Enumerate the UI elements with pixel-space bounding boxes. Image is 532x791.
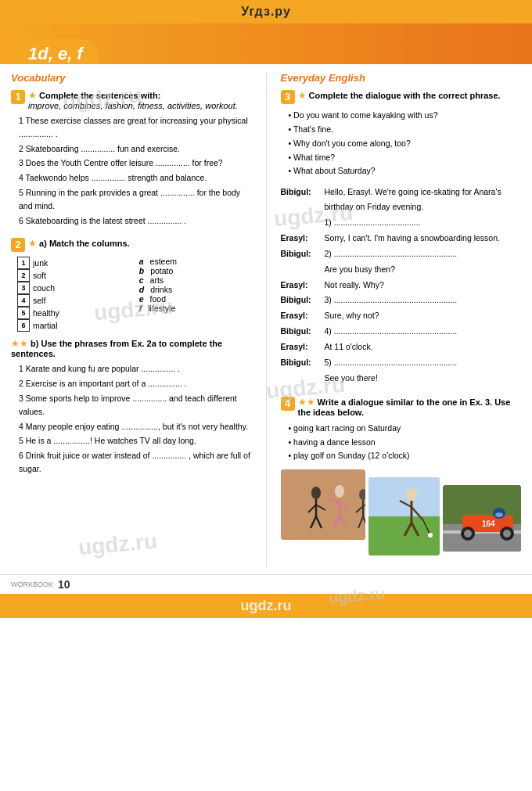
exercise-2b-item-6: 6 Drink fruit juice or water instead of … [19,449,252,476]
exercise-1-item-1: 1 These exercise classes are great for i… [19,114,252,141]
match-left-col: 1 junk 2 soft 3 couch 4 self [17,257,124,332]
main-content: Vocabulary 1 ★ Complete the sentences wi… [0,64,532,574]
speaker-erasyl-1: Erasyl: [281,231,322,246]
page-banner: 1d, e, f [0,23,532,64]
speaker-erasyl-4: Erasyl: [281,340,322,354]
match-row-5: 5 healthy [17,307,124,319]
match-word-2: soft [33,271,46,280]
vocabulary-section-title: Vocabulary [11,72,252,84]
match-columns-table: 1 junk 2 soft 3 couch 4 self [17,257,246,332]
dialogue-line-9: Bibigul: 4) ............................… [281,324,522,339]
exercise-4-header: 4 ★★ Write a dialogue similar to the one… [281,397,522,417]
item-num: 5 [19,188,26,197]
item-num: 1 [19,116,26,125]
speech-4: 2) .....................................… [325,246,522,261]
match-right-row-b: b potato [139,266,246,275]
item-num: 4 [19,173,26,182]
exercise-1-header: 1 ★ Complete the sentences with: improve… [11,90,252,110]
item-num: 2 [19,144,26,153]
exercise-2b-items: 1 Karate and kung fu are popular .......… [19,362,252,475]
speaker-bibigul-5: Bibigul: [281,355,322,370]
match-word-4: self [33,296,45,305]
exercise-4-stars: ★★ [298,397,315,408]
idea-1: going kart racing on Saturday [289,422,522,436]
match-right-row-e: e food [139,294,246,304]
match-right-row-a: a esteem [139,257,246,266]
exercise-2b-title: b) Use the phrases from Ex. 2a to comple… [11,339,222,358]
speaker-bibigul-3: Bibigul: [281,293,322,307]
match-box-1: 1 [17,257,30,269]
match-box-3: 3 [17,282,30,294]
exercise-2b-item-4: 4 Many people enjoy eating .............… [19,420,252,433]
match-right-col: a esteem b potato c arts d drinks [139,257,246,332]
match-right-row-d: d drinks [139,285,246,294]
footer-watermark-text: ugdz.ru [241,598,292,613]
exercise-2b-item-1: 1 Karate and kung fu are popular .......… [19,362,252,376]
svg-point-7 [335,485,344,498]
match-box-4: 4 [17,294,30,307]
speech-5: Are you busy then? [325,262,522,277]
exercise-2a-title: a) Match the columns. [39,239,130,248]
speech-10: At 11 o'clock. [325,340,522,354]
match-answer-d: drinks [150,285,172,294]
svg-point-40 [495,512,503,517]
match-row-6: 6 martial [17,319,124,332]
match-word-1: junk [33,258,48,268]
speech-11: 5) .....................................… [325,355,522,370]
footer-watermark: ugdz.ru [0,594,532,618]
exercise-4-images: 164 [281,469,522,555]
phrase-4: What time? [289,151,522,165]
speaker-bibigul-1: Bibigul: [281,185,322,214]
speaker-erasyl-2: Erasyl: [281,278,322,293]
item-num: 3 [19,158,26,167]
column-divider [266,72,267,566]
match-right-row-c: c arts [139,275,246,285]
exercise-2b-item-2: 2 Exercise is an important part of a ...… [19,377,252,390]
match-letter-b: b [139,266,144,275]
match-word-6: martial [33,321,58,330]
svg-rect-0 [281,469,365,540]
match-answer-e: food [150,294,166,304]
svg-text:164: 164 [482,520,495,528]
dialogue-line-8: Erasyl: Sure, why not? [281,308,522,323]
idea-3: play golf on Sunday (12 o'clock) [289,449,522,463]
exercise-2-number: 2 [11,238,25,252]
match-letter-c: c [139,275,144,285]
exercise-2b: ★★ b) Use the phrases from Ex. 2a to com… [11,338,252,475]
match-right-row-f: f lifestyle [139,304,246,313]
exercise-1-item-3: 3 Does the Youth Centre offer leisure ..… [19,156,252,170]
exercise-4-instruction: ★★ Write a dialogue similar to the one i… [298,397,522,417]
workbook-label: WORKBOOK [11,581,53,588]
match-box-2: 2 [17,269,30,282]
exercise-1-item-6: 6 Skateboarding is the latest street ...… [19,214,252,228]
speech-2: 1) .....................................… [325,215,522,230]
exercise-4-ideas: going kart racing on Saturday having a d… [289,422,522,464]
match-letter-f: f [139,304,142,313]
dialogue-line-1: Bibigul: Hello, Erasyl. We're going ice-… [281,185,522,214]
exercise-1-instruction: ★ Complete the sentences with: improve, … [28,90,238,110]
match-answer-b: potato [150,266,173,275]
match-row-2: 2 soft [17,269,124,282]
exercise-1-number: 1 [11,90,25,104]
right-column: Everyday English 3 ★ Complete the dialog… [281,72,522,566]
svg-point-1 [311,487,321,499]
svg-point-29 [428,533,433,538]
exercise-1-star: ★ [28,90,37,101]
exercise-3-star: ★ [298,90,307,101]
page-label: 1d, e, f [28,44,83,63]
svg-point-22 [406,488,417,501]
exercise-1-item-5: 5 Running in the park provides a great .… [19,186,252,213]
exercise-1-title: Complete the sentences with: [39,91,160,100]
phrase-1: Do you want to come kayaking with us? [289,109,522,123]
svg-point-36 [464,530,472,538]
dialogue-line-10: Erasyl: At 11 o'clock. [281,340,522,354]
exercise-4: 4 ★★ Write a dialogue similar to the one… [281,397,522,556]
golf-image [368,477,440,555]
svg-point-38 [503,530,511,538]
exercise-4-number: 4 [281,397,295,411]
page-label-bubble: 1d, e, f [13,39,99,64]
svg-rect-20 [368,477,440,516]
exercise-2-header: 2 ★ a) Match the columns. [11,238,252,252]
exercise-2: 2 ★ a) Match the columns. 1 junk 2 soft [11,238,252,475]
exercise-1-item-2: 2 Skateboarding ............... fun and … [19,142,252,156]
